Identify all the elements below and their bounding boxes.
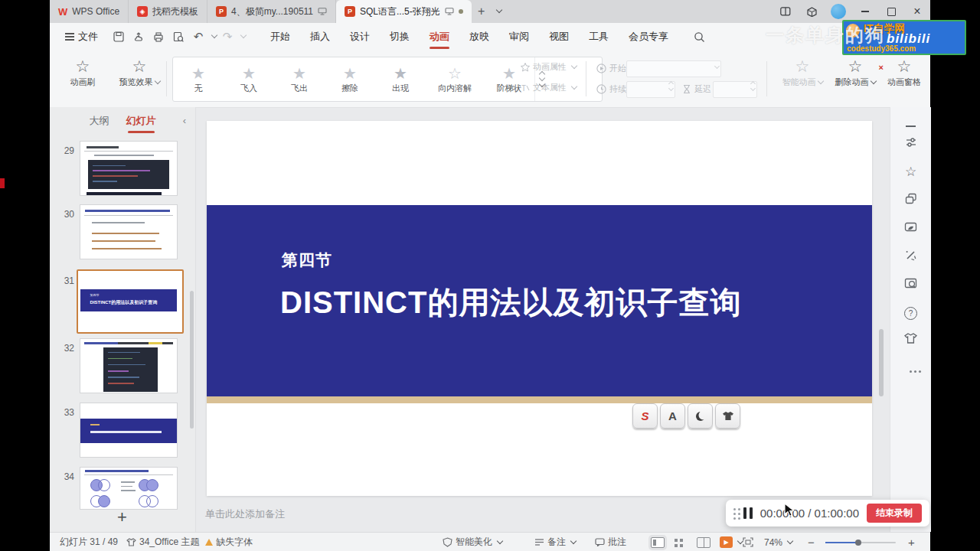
user-avatar[interactable]: [831, 4, 846, 19]
theme-shirt-icon[interactable]: [890, 333, 931, 344]
tab-design[interactable]: 设计: [340, 23, 380, 51]
slide-thumbnail-32[interactable]: [80, 339, 177, 393]
slide-title-text[interactable]: DISTINCT的用法以及初识子查询: [280, 282, 741, 324]
unsaved-dot-icon: [459, 9, 463, 14]
tab-presentation-1[interactable]: P 4、极简my...190511: [207, 0, 336, 23]
duration-field-label: 持续: [596, 83, 626, 95]
notes-button[interactable]: 备注: [534, 533, 576, 551]
new-tab-button[interactable]: +: [472, 0, 492, 23]
stop-recording-button[interactable]: 结束录制: [867, 504, 922, 523]
slide-thumbnail-34[interactable]: [80, 468, 177, 509]
animation-properties-button[interactable]: 动画属性: [521, 61, 577, 73]
undo-dropdown[interactable]: [208, 28, 217, 46]
tab-view[interactable]: 视图: [539, 23, 579, 51]
slide-thumbnail-31[interactable]: 第四节 DISTINCT的用法以及初识子查询: [80, 273, 177, 327]
start-dropdown[interactable]: [626, 60, 721, 77]
delete-animation-button[interactable]: ☆× 删除动画: [831, 57, 880, 88]
output-button[interactable]: [129, 28, 149, 46]
slide-title-band[interactable]: 第四节 DISTINCT的用法以及初识子查询: [207, 205, 872, 396]
star-icon: ★: [242, 65, 256, 82]
fit-slide-button[interactable]: [743, 533, 753, 551]
tab-animation[interactable]: 动画: [420, 23, 459, 51]
gallery-item-dissolve-in[interactable]: ☆向内溶解: [426, 57, 484, 101]
reading-view-button[interactable]: [697, 533, 710, 551]
tab-slideshow[interactable]: 放映: [459, 23, 499, 51]
preview-effect-button[interactable]: ☆ 预览效果: [113, 57, 166, 88]
zoom-slider-knob[interactable]: [855, 540, 861, 546]
tab-presentation-active[interactable]: P SQL语言...5-张翔光: [336, 0, 472, 23]
gallery-item-fly-out[interactable]: ★飞出: [274, 57, 325, 101]
shirt-key-icon[interactable]: [715, 403, 740, 429]
theme-button[interactable]: 34_Office 主题: [126, 533, 199, 551]
s-key-icon[interactable]: S: [632, 403, 658, 429]
add-slide-button[interactable]: +: [117, 507, 127, 527]
tab-list-dropdown[interactable]: [492, 0, 505, 23]
tab-review[interactable]: 审阅: [499, 23, 539, 51]
search-icon[interactable]: [689, 28, 709, 46]
tab-transition[interactable]: 切换: [380, 23, 420, 51]
app-center-button[interactable]: [799, 0, 825, 23]
slide-canvas[interactable]: 第四节 DISTINCT的用法以及初识子查询: [207, 121, 872, 496]
gallery-label: 擦除: [341, 83, 358, 94]
image-search-icon[interactable]: [890, 278, 931, 289]
pause-button[interactable]: [743, 507, 753, 519]
print-button[interactable]: [149, 28, 168, 46]
zoom-in-button[interactable]: +: [908, 533, 915, 551]
notes-placeholder[interactable]: 单击此处添加备注: [205, 507, 285, 521]
thumb-number: 31: [54, 276, 74, 286]
zoom-out-button[interactable]: −: [808, 533, 815, 551]
layers-icon[interactable]: [890, 193, 931, 204]
slide-thumbnail-33[interactable]: [80, 403, 177, 457]
tab-member[interactable]: 会员专享: [619, 23, 678, 51]
outline-tab[interactable]: 大纲: [90, 111, 109, 131]
delay-spinner[interactable]: [713, 81, 757, 98]
gallery-item-appear[interactable]: ★出现: [375, 57, 426, 101]
help-icon[interactable]: ?: [890, 305, 931, 320]
split-view-button[interactable]: [773, 0, 799, 23]
moon-key-icon[interactable]: [688, 403, 713, 429]
tab-docer-templates[interactable]: ◈ 找稻壳模板: [129, 0, 207, 23]
preview-effect-label: 预览效果: [119, 77, 153, 86]
save-button[interactable]: [109, 28, 129, 46]
animation-pane-button[interactable]: ☆ 动画窗格: [881, 57, 927, 88]
tab-wps-home[interactable]: W WPS Office: [50, 0, 129, 23]
smart-beautify-button[interactable]: 智能美化: [443, 533, 502, 551]
undo-button[interactable]: ↶: [188, 28, 208, 46]
slide-thumbnail-29[interactable]: [80, 142, 177, 195]
collapse-icon[interactable]: [890, 116, 931, 129]
tab-insert[interactable]: 插入: [300, 23, 340, 51]
slides-tab[interactable]: 幻灯片: [126, 111, 156, 131]
animation-effects-icon[interactable]: ☆: [890, 164, 931, 180]
properties-icon[interactable]: [890, 136, 931, 148]
redo-button[interactable]: ↷: [217, 28, 237, 46]
text-properties-button[interactable]: T 文本属性: [521, 82, 577, 93]
gallery-item-wipe[interactable]: ★擦除: [325, 57, 375, 101]
smart-animation-button[interactable]: ☆ 智能动画: [777, 57, 828, 88]
file-menu[interactable]: 文件: [50, 30, 109, 44]
redo-dropdown[interactable]: [237, 28, 247, 46]
more-icon[interactable]: [890, 362, 931, 375]
gallery-item-none[interactable]: ★无: [173, 57, 224, 101]
slide-section-text[interactable]: 第四节: [282, 249, 332, 271]
comments-button[interactable]: 批注: [595, 533, 626, 551]
assets-icon[interactable]: [890, 221, 931, 233]
normal-view-button[interactable]: [651, 533, 665, 551]
sorter-view-button[interactable]: [675, 533, 684, 551]
animation-painter-button[interactable]: ☆ 动画刷: [59, 57, 106, 88]
canvas-scrollbar[interactable]: [879, 329, 884, 396]
a-key-icon[interactable]: A: [660, 403, 685, 429]
drag-handle-icon[interactable]: [733, 508, 736, 510]
gallery-item-fly-in[interactable]: ★飞入: [224, 57, 274, 101]
panel-scrollbar[interactable]: [190, 291, 194, 429]
missing-font-warning[interactable]: 缺失字体: [205, 533, 253, 551]
zoom-value[interactable]: 74%: [764, 533, 792, 551]
slide-thumbnail-30[interactable]: [80, 205, 177, 259]
tools-wand-icon[interactable]: [890, 249, 931, 261]
zoom-slider[interactable]: [825, 533, 896, 551]
tab-home[interactable]: 开始: [260, 23, 300, 51]
slideshow-play-button[interactable]: ▶: [720, 533, 743, 551]
collapse-panel-icon[interactable]: ‹: [183, 115, 186, 126]
tab-tools[interactable]: 工具: [579, 23, 619, 51]
print-preview-button[interactable]: [168, 28, 188, 46]
duration-spinner[interactable]: [626, 81, 675, 98]
